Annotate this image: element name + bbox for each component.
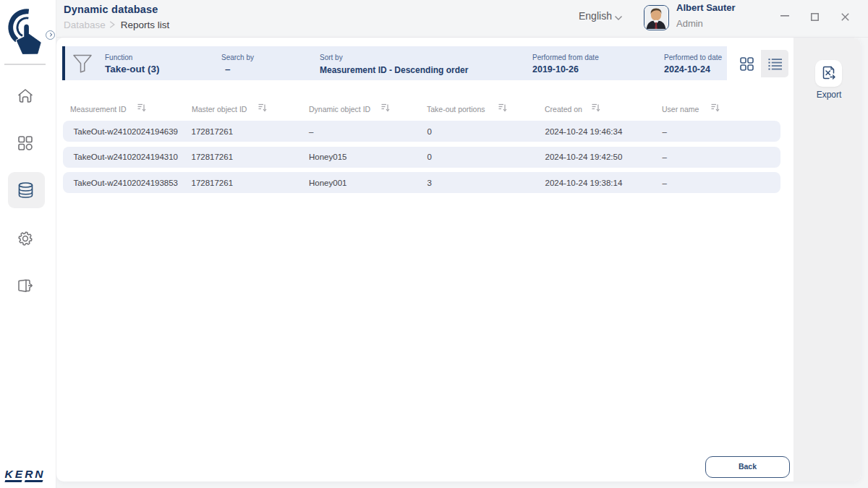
svg-text:KERN: KERN	[5, 468, 46, 480]
